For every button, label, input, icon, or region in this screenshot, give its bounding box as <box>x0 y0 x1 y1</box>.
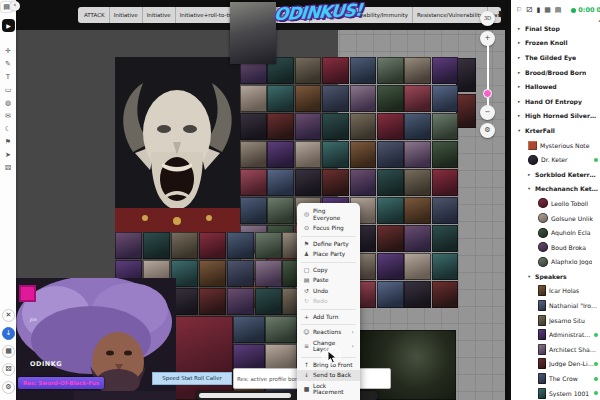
avatar <box>538 198 548 208</box>
sidebar-item-speakers[interactable]: ▾Speakers <box>511 269 600 284</box>
menu-item-ping-everyone[interactable]: ◎Ping Everyone <box>297 206 360 223</box>
web-tool[interactable]: ◍ <box>0 98 16 109</box>
pointer-tool[interactable]: ➤ <box>0 150 16 161</box>
text-tool[interactable]: T <box>0 72 16 83</box>
zoom-out-button[interactable]: − <box>480 105 495 120</box>
sidebar-item-label: Jesamo Situ <box>549 317 585 324</box>
chevron-right-icon: ▸ <box>528 172 535 177</box>
token-name-pill[interactable]: Res: Sword-Of-Black-Fus <box>18 377 104 389</box>
define-party-icon: ⚑ <box>303 241 310 248</box>
sidebar-item-label: Mechananch KeterrBorn <box>535 185 598 192</box>
selection-marker <box>19 285 36 302</box>
menu-item-copy[interactable]: ▢Copy <box>297 265 360 276</box>
app-window: Joe ODINKG ATTACKInitiativeInitiativeIni… <box>0 0 600 400</box>
dice-icon[interactable]: ⚂ <box>526 6 532 14</box>
flag-tool[interactable]: ⚑ <box>0 137 16 148</box>
select-tool[interactable]: ▶ <box>2 19 15 32</box>
view-controls: 3D + − ⚙ <box>478 11 500 136</box>
sidebar-item-brood-brood-born[interactable]: ▸Brood/Brood Born <box>511 65 600 80</box>
menu-item-focus-ping[interactable]: ⊙Focus Ping <box>297 223 360 234</box>
sidebar-item-final-stop[interactable]: ▸Final Stop <box>511 21 600 36</box>
add-turn-icon: + <box>303 314 310 321</box>
big-demon-portrait[interactable] <box>115 57 240 232</box>
chevron-right-icon: ▸ <box>518 70 525 75</box>
sidebar-item-jesamo-situ[interactable]: Jesamo Situ <box>511 313 600 328</box>
ping-everyone-icon: ◎ <box>303 211 310 218</box>
grid-button[interactable]: ▦ <box>2 345 15 358</box>
sidebar-item-alaphxlo-jogo[interactable]: Alaphxlo Jogo <box>511 255 600 270</box>
dice-tool[interactable]: ⚄ <box>0 163 16 174</box>
menu-item-redo[interactable]: ↻Redo <box>297 296 360 307</box>
sidebar-item-hand-of-entropy[interactable]: ▸Hand Of Entropy <box>511 94 600 109</box>
sidebar-item-aquholn-ecla[interactable]: Aquholn Ecla <box>511 225 600 240</box>
top-center-portrait[interactable] <box>230 2 276 64</box>
ping-icon[interactable]: ⚐ <box>516 6 522 14</box>
menu-item-paste[interactable]: ▤Paste <box>297 275 360 286</box>
zoom-in-button[interactable]: + <box>480 31 495 46</box>
tab-resistance-vulnerability[interactable]: Resistance/Vulnerability <box>413 7 488 23</box>
sidebar-item-mechananch-keterrborn[interactable]: ▾Mechananch KeterrBorn <box>511 182 600 197</box>
menu-item-define-party[interactable]: ⚑Define Party <box>297 239 360 250</box>
download-button[interactable]: ↓ <box>2 327 15 340</box>
journal-icon[interactable]: ▮ <box>536 6 540 14</box>
sidebar-item-boud-broka[interactable]: Boud Broka <box>511 240 600 255</box>
night-tool[interactable]: ☾ <box>0 124 16 135</box>
sidebar-item-hallowed[interactable]: ▸Hallowed <box>511 79 600 94</box>
move-tool[interactable]: ✛ <box>0 46 16 57</box>
cards-icon[interactable]: ▦ <box>544 6 551 14</box>
sidebar-item-mysterious-note[interactable]: Mysterious Note <box>511 138 600 153</box>
menu-item-undo[interactable]: ↺Undo <box>297 286 360 297</box>
tab-initiative[interactable]: Initiative <box>143 7 176 23</box>
sidebar-item-nathanial-iron-barrott[interactable]: Nathanial "Iron" Barrott <box>511 298 600 313</box>
playlist-icon[interactable]: ▤ <box>555 6 562 14</box>
tab-attack[interactable]: ATTACK <box>80 7 110 23</box>
note-tool[interactable]: ✉ <box>0 111 16 122</box>
menu-item-label: Add Turn <box>313 314 338 321</box>
avatar <box>538 358 546 369</box>
sidebar-item-high-horned-silver-bloods[interactable]: ▸High Horned Silver-Bloods <box>511 109 600 124</box>
sidebar-item-administrator-voghs[interactable]: Administrator Voghs <box>511 327 600 342</box>
sidebar-item-golsune-unlik[interactable]: Golsune Unlik <box>511 211 600 226</box>
sidebar-item-icar-holas[interactable]: Icar Holas <box>511 284 600 299</box>
tab-initiative[interactable]: Initiative <box>110 7 143 23</box>
zoom-slider-handle[interactable] <box>483 89 492 98</box>
change-layer-icon: ≡ <box>303 343 310 350</box>
close-button[interactable]: ✕ <box>2 309 15 322</box>
menu-item-reactions[interactable]: ☺Reactions› <box>297 327 360 338</box>
menu-item-place-party[interactable]: ♟Place Party <box>297 249 360 260</box>
menu-item-send-to-back[interactable]: ↓Send to Back <box>297 370 360 381</box>
sidebar-item-the-crow[interactable]: The Crow <box>511 371 600 386</box>
sidebar-item-label: Aquholn Ecla <box>551 229 591 236</box>
sidebar-item-krterfall[interactable]: ▾KrterFall <box>511 123 600 138</box>
avatar <box>538 388 546 399</box>
menu-item-lock-placement[interactable]: ■Lock Placement <box>297 381 360 398</box>
sidebar-item-label: Administrator Voghs <box>549 331 594 338</box>
left-toolbar: ▤ ‹ ▶ ✛✎T▭◍✉☾⚑➤⚄ ✕↓▦⚄⚙ <box>0 0 16 400</box>
sidebar-item-frozen-knoll[interactable]: ▸Frozen Knoll <box>511 36 600 51</box>
dice-button[interactable]: ⚄ <box>2 363 15 376</box>
sidebar-item-architect-sha-uri-fet[interactable]: Architect Sha-Uri-Fet <box>511 342 600 357</box>
sidebar-item-judge-den-lighter[interactable]: Judge Den-Lighter <box>511 357 600 372</box>
sidebar-item-dr-keter[interactable]: Dr. Keter <box>511 152 600 167</box>
sidebar-item-label: Nathanial "Iron" Barrott <box>549 302 598 309</box>
sidebar-item-label: Boud Broka <box>551 244 586 251</box>
collapse-back-icon[interactable]: ‹ <box>10 1 20 11</box>
selected-macro-label[interactable]: Speed Stat Roll Caller <box>152 372 232 385</box>
settings-button[interactable]: ⚙ <box>2 381 15 394</box>
avatar <box>538 242 548 252</box>
sidebar-item-leollo-toboll[interactable]: Leollo Toboll <box>511 196 600 211</box>
3d-mode-button[interactable]: 3D <box>480 11 495 26</box>
sidebar-item-the-gilded-eye[interactable]: ▸The Gilded Eye <box>511 50 600 65</box>
shape-tool[interactable]: ▭ <box>0 85 16 96</box>
sidebar-item-label: Sorkblod KeterrBorn <box>535 171 598 178</box>
draw-tool[interactable]: ✎ <box>0 59 16 70</box>
sidebar-item-label: KrterFall <box>525 127 555 134</box>
sidebar-item-system-1001[interactable]: System 1001 <box>511 386 600 400</box>
note-icon <box>528 141 537 150</box>
mech-portrait[interactable] <box>352 330 456 400</box>
menu-item-add-turn[interactable]: +Add Turn <box>297 312 360 323</box>
sidebar-item-sorkblod-keterrborn[interactable]: ▸Sorkblod KeterrBorn <box>511 167 600 182</box>
canvas-settings-button[interactable]: ⚙ <box>480 123 495 138</box>
chevron-right-icon: ▸ <box>518 84 525 89</box>
avatar <box>538 300 546 311</box>
